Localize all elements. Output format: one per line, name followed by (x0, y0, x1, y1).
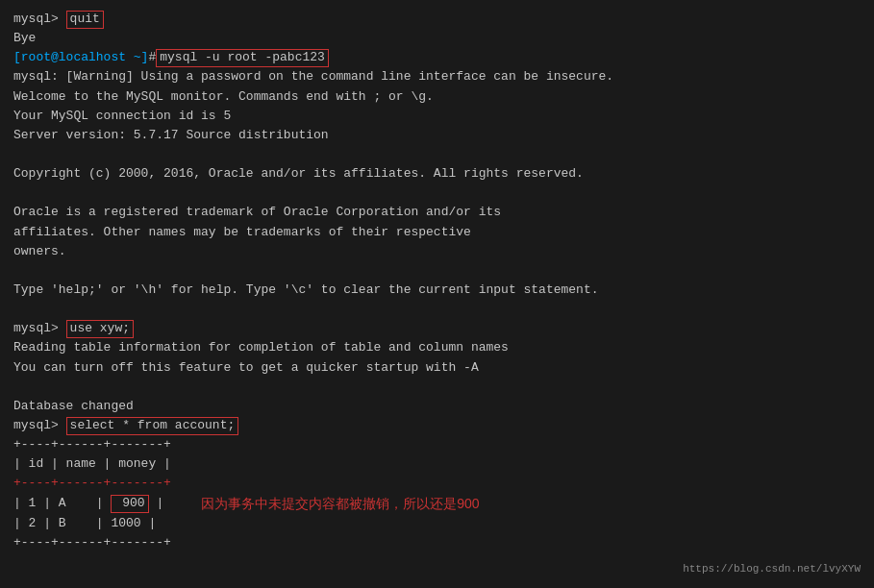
output-bye: Bye (13, 29, 36, 48)
table-border-text-top: +----+------+-------+ (13, 435, 171, 454)
table-row2-money: 1000 (111, 514, 140, 533)
output-connid: Your MySQL connection id is 5 (13, 107, 231, 126)
command-usexyw: use xyw; (66, 320, 134, 338)
table-row1-money: 900 (111, 495, 148, 513)
output-warning: mysql: [Warning] Using a password on the… (13, 67, 613, 86)
line-welcome: Welcome to the MySQL monitor. Commands e… (13, 87, 861, 107)
line-turnoff: You can turn off this feature to get a q… (13, 358, 861, 378)
table-row-2: | 2 | B | 1000 | (13, 514, 861, 533)
line-typehelp: Type 'help;' or '\h' for help. Type '\c'… (13, 281, 861, 300)
line-connid: Your MySQL connection id is 5 (13, 107, 861, 126)
table-border-top: +----+------+-------+ (13, 435, 861, 454)
output-rowcount: +----+------+-------+ (13, 533, 171, 552)
table-row1-post: | (149, 494, 164, 513)
line-oracle1: Oracle is a registered trademark of Orac… (13, 203, 861, 222)
table-row1-pre: | (13, 494, 29, 513)
table-row2-name: B (59, 514, 66, 533)
output-reading: Reading table information for completion… (13, 338, 509, 357)
command-quit: quit (66, 11, 104, 29)
blank-2 (13, 184, 861, 203)
table-header-row: | id | name | money | (13, 454, 861, 474)
table-row1-id: 1 (29, 494, 37, 513)
line-reading: Reading table information for completion… (13, 338, 861, 357)
line-copyright: Copyright (c) 2000, 2016, Oracle and/or … (13, 164, 861, 184)
table-row2-id: 2 (29, 514, 37, 533)
table-row-1: | 1 | A | 900 | 因为事务中未提交内容都被撤销，所以还是900 (13, 494, 861, 515)
table-row2-sep1: | (36, 514, 58, 533)
blank-1 (13, 145, 861, 164)
blank-5 (13, 378, 861, 397)
line-mysql-login: [root@localhost ~]#mysql -u root -pabc12… (13, 48, 861, 67)
table-row1-name: A (59, 494, 66, 513)
table-header-text: | id | name | money | (13, 454, 171, 474)
command-mysql-login: mysql -u root -pabc123 (156, 49, 329, 67)
prompt-mysql: mysql> (13, 10, 66, 29)
output-typehelp: Type 'help;' or '\h' for help. Type '\c'… (13, 281, 599, 300)
prompt-root: [root@localhost ~] (13, 48, 148, 67)
annotation-text: 因为事务中未提交内容都被撤销，所以还是900 (201, 494, 479, 515)
annotation-spacer (163, 494, 201, 513)
line-select: mysql> select * from account; (13, 416, 861, 435)
prompt-usexyw: mysql> (13, 319, 66, 338)
output-dbchanged: Database changed (13, 397, 134, 416)
line-warning: mysql: [Warning] Using a password on the… (13, 67, 861, 86)
line-usexyw: mysql> use xyw; (13, 319, 861, 338)
table-row2-post: | (141, 514, 157, 533)
line-dbchanged: Database changed (13, 397, 861, 416)
line-rowcount: +----+------+-------+ (13, 533, 861, 552)
line-serverversion: Server version: 5.7.17 Source distributi… (13, 126, 861, 145)
output-copyright: Copyright (c) 2000, 2016, Oracle and/or … (13, 164, 584, 184)
output-oracle2: affiliates. Other names may be trademark… (13, 223, 471, 242)
output-oracle3: owners. (13, 242, 66, 261)
line-oracle3: owners. (13, 242, 861, 261)
command-select: select * from account; (66, 417, 239, 435)
line-quit: mysql> quit (13, 10, 861, 29)
prompt-hash: # (148, 48, 156, 67)
line-oracle2: affiliates. Other names may be trademark… (13, 223, 861, 242)
table-row2-pre: | (13, 514, 29, 533)
terminal: mysql> quit Bye [root@localhost ~]#mysql… (0, 0, 874, 562)
output-welcome: Welcome to the MySQL monitor. Commands e… (13, 87, 434, 107)
table-row2-sep2: | (66, 514, 112, 533)
table-border-mid: +----+------+-------+ (13, 474, 861, 493)
table-row1-sep1: | (36, 494, 58, 513)
line-bye: Bye (13, 29, 861, 48)
csdn-link: https://blog.csdn.net/lvyXYW (683, 563, 861, 575)
blank-4 (13, 300, 861, 319)
prompt-select: mysql> (13, 416, 66, 435)
output-turnoff: You can turn off this feature to get a q… (13, 358, 479, 378)
output-serverversion: Server version: 5.7.17 Source distributi… (13, 126, 329, 145)
table-row1-sep2: | (66, 494, 112, 513)
table-border-mid-text: +----+------+-------+ (13, 474, 171, 493)
output-oracle1: Oracle is a registered trademark of Orac… (13, 203, 501, 222)
blank-3 (13, 261, 861, 281)
